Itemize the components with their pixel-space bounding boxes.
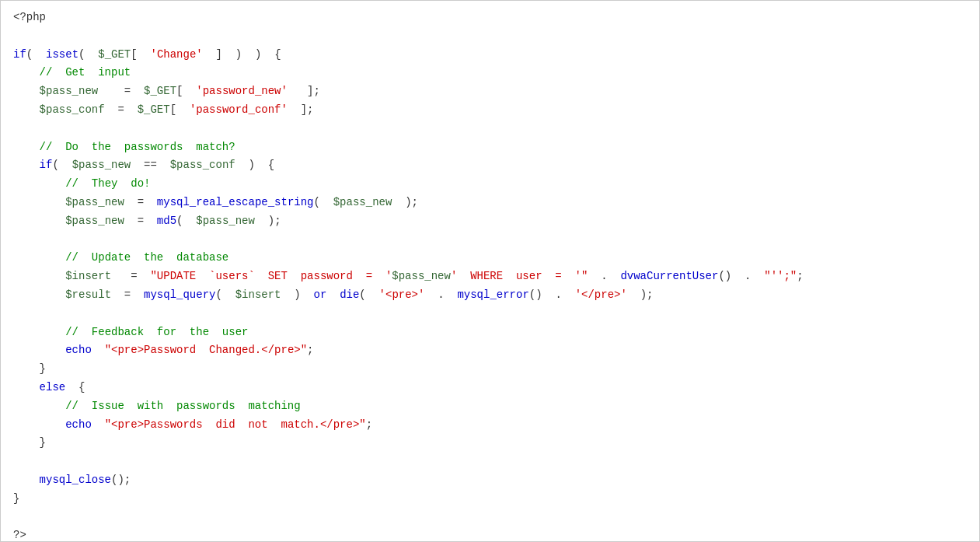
- code-line-2: [13, 27, 967, 46]
- code-line-23: echo "<pre>Passwords did not match.</pre…: [13, 416, 967, 435]
- code-line-25: [13, 453, 967, 471]
- code-line-19: echo "<pre>Password Changed.</pre>";: [13, 341, 967, 360]
- code-line-9: if( $pass_new == $pass_conf ) {: [13, 156, 967, 175]
- code-line-1: <?php: [13, 9, 967, 27]
- code-viewer: <?php if( isset( $_GET[ 'Change' ] ) ) {…: [0, 0, 980, 542]
- code-line-15: $insert = "UPDATE `users` SET password =…: [13, 268, 967, 286]
- code-line-14: // Update the database: [13, 249, 967, 268]
- code-line-3: if( isset( $_GET[ 'Change' ] ) ) {: [13, 46, 967, 65]
- code-line-27: }: [13, 490, 967, 509]
- code-line-6: $pass_conf = $_GET[ 'password_conf' ];: [13, 101, 967, 120]
- code-line-5: $pass_new = $_GET[ 'password_new' ];: [13, 82, 967, 101]
- code-line-11: $pass_new = mysql_real_escape_string( $p…: [13, 194, 967, 212]
- code-line-26: mysql_close();: [13, 471, 967, 490]
- code-line-12: $pass_new = md5( $pass_new );: [13, 212, 967, 231]
- code-line-20: }: [13, 360, 967, 379]
- code-line-22: // Issue with passwords matching: [13, 397, 967, 416]
- code-line-29: ?>: [13, 526, 967, 542]
- code-line-4: // Get input: [13, 64, 967, 82]
- code-line-17: [13, 305, 967, 323]
- code-line-10: // They do!: [13, 175, 967, 194]
- code-line-16: $result = mysql_query( $insert ) or die(…: [13, 286, 967, 305]
- code-line-13: [13, 231, 967, 250]
- code-line-24: }: [13, 434, 967, 453]
- code-line-18: // Feedback for the user: [13, 323, 967, 342]
- code-line-8: // Do the passwords match?: [13, 138, 967, 157]
- code-line-28: [13, 509, 967, 527]
- code-line-21: else {: [13, 379, 967, 397]
- code-line-7: [13, 120, 967, 138]
